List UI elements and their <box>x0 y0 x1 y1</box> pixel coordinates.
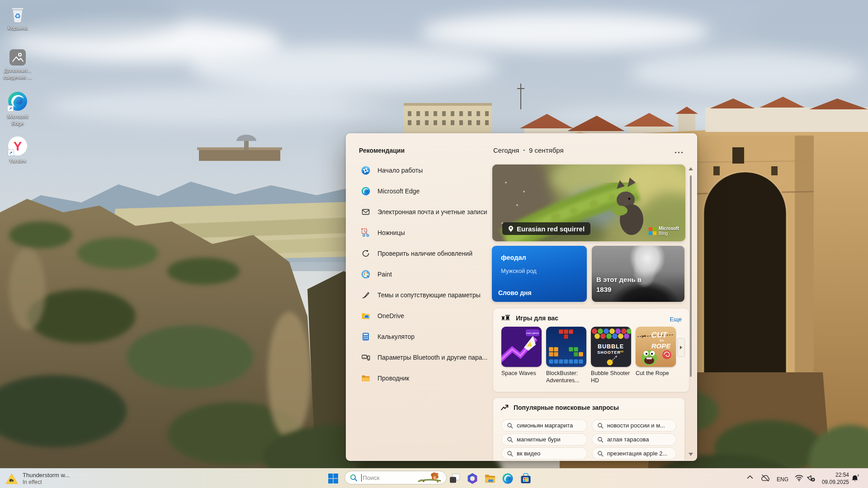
suggestion-text: аглая тарасова <box>607 436 649 443</box>
microsoft-store-icon <box>520 473 532 484</box>
game-space-waves[interactable]: crazy games Space Waves <box>501 327 543 377</box>
cut-the-rope-art: ✂ CUT the ROPE <box>636 327 676 367</box>
search-suggestion-pill[interactable]: новости россии и м... <box>592 419 676 432</box>
volume-muted-icon <box>807 474 816 482</box>
taskbar-search-box[interactable] <box>344 471 447 484</box>
search-icon <box>507 436 513 443</box>
svg-text:Y: Y <box>14 139 22 153</box>
menu-item-check-updates[interactable]: Проверить наличие обновлений <box>354 243 490 264</box>
desktop-icon-label: Edge <box>0 120 35 127</box>
snipping-tool-icon <box>361 228 370 237</box>
menu-item-snipping-tool[interactable]: Ножницы <box>354 222 490 243</box>
task-view-button[interactable] <box>449 473 461 484</box>
time: 22:54 <box>816 471 849 479</box>
this-day-card[interactable]: В этот день в 1839 <box>592 246 684 302</box>
menu-item-bluetooth-settings[interactable]: Параметры Bluetooth и другие пара... <box>354 347 490 368</box>
suggestion-text: вк видео <box>517 450 540 457</box>
edge-icon <box>502 473 514 484</box>
more-options-icon[interactable] <box>673 149 684 155</box>
refresh-icon <box>361 249 370 258</box>
desktop-icon-additional-info[interactable]: Дополнит... сведения ... <box>0 49 35 81</box>
microsoft-store-button[interactable] <box>520 473 532 484</box>
edge-button[interactable] <box>502 473 514 484</box>
games-more-link[interactable]: Еще <box>670 316 682 323</box>
svg-text:z: z <box>858 474 859 477</box>
get-started-icon <box>361 166 370 175</box>
recycle-bin-icon: ♻ <box>9 5 26 23</box>
games-next-button[interactable] <box>677 338 685 357</box>
scroll-down-arrow[interactable] <box>689 453 693 456</box>
wifi-icon <box>795 474 803 481</box>
svg-text:BUBBLE: BUBBLE <box>598 343 624 350</box>
shortcut-arrow-icon: ↗ <box>7 105 14 112</box>
file-explorer-button[interactable] <box>484 473 496 484</box>
search-icon <box>597 422 604 429</box>
hero-caption-pill: Eurasian red squirrel <box>502 222 590 235</box>
text-caret <box>361 474 362 482</box>
weather-widget[interactable]: Thunderstorm w... In effect <box>5 470 109 487</box>
popular-title: Популярные поисковые запросы <box>514 404 619 411</box>
onedrive-tray-button[interactable] <box>760 474 772 485</box>
menu-item-paint[interactable]: Paint <box>354 264 490 285</box>
wifi-tray-button[interactable] <box>795 474 807 486</box>
search-suggestion-pill[interactable]: магнитные бури <box>501 433 587 446</box>
weather-title: Thunderstorm w... <box>23 472 70 479</box>
game-bubble-shooter[interactable]: BUBBLE SHOOTER HD Bubble Shooter HD <box>591 327 632 384</box>
search-icon <box>350 474 358 482</box>
menu-item-label: Ножницы <box>377 229 405 236</box>
game-cut-the-rope[interactable]: ✂ CUT the ROPE Cut the Rope <box>636 327 677 377</box>
svg-text:CUT: CUT <box>651 331 668 339</box>
menu-item-get-started[interactable]: Начало работы <box>354 160 490 181</box>
tray-chevron-button[interactable] <box>747 475 754 482</box>
scroll-up-arrow[interactable] <box>689 167 693 170</box>
search-input[interactable] <box>363 474 417 481</box>
gradient-shade <box>592 246 684 302</box>
popular-searches-section: Популярные поисковые запросы симоньян ма… <box>493 398 684 461</box>
menu-item-label: Темы и сопутствующие параметры <box>377 291 481 299</box>
menu-item-label: Paint <box>377 271 392 278</box>
start-button[interactable] <box>328 474 340 485</box>
taskbar: Thunderstorm w... In effect <box>0 468 868 488</box>
weather-alert-icon <box>5 473 18 484</box>
svg-text:SHOOTER: SHOOTER <box>597 350 621 355</box>
this-day-line2: 1839 <box>596 286 611 293</box>
paint-icon <box>361 270 370 279</box>
menu-item-onedrive[interactable]: OneDrive <box>354 305 490 326</box>
hero-caption-text: Eurasian red squirrel <box>517 225 585 233</box>
menu-item-microsoft-edge[interactable]: Microsoft Edge <box>354 181 490 202</box>
mail-icon <box>361 207 370 216</box>
search-icon <box>507 422 513 429</box>
recommendations-list: Начало работы Microsoft Edge <box>354 160 490 389</box>
desktop-icon-recycle-bin[interactable]: ♻ Корзина <box>0 5 35 32</box>
search-suggestion-pill[interactable]: вк видео <box>501 447 587 460</box>
weather-status: In effect <box>23 479 70 485</box>
game-blockbuster[interactable]: BlockBuster: Adventures... <box>546 327 588 384</box>
search-suggestion-pill[interactable]: презентация apple 2... <box>592 447 676 460</box>
menu-item-themes[interactable]: Темы и сопутствующие параметры <box>354 285 490 305</box>
suggestion-text: симоньян маргарита <box>517 422 573 429</box>
menu-item-calculator[interactable]: Калькулятор <box>354 326 490 347</box>
word-of-day-card[interactable]: феодал Мужской род Слово дня <box>492 246 587 302</box>
microsoft-squares-icon <box>649 227 656 235</box>
desktop-icon-yandex[interactable]: Y ↗ Yandex <box>0 136 35 164</box>
image-placeholder-icon <box>9 49 26 66</box>
desktop-screen: ♻ Корзина Дополнит... сведения ... <box>0 0 868 488</box>
menu-item-label: Параметры Bluetooth и другие пара... <box>377 354 487 361</box>
today-label: Сегодня <box>493 146 519 154</box>
bing-hero-card[interactable]: Eurasian red squirrel Microsoft Bing <box>492 164 685 241</box>
microsoft-365-button[interactable] <box>467 473 478 484</box>
file-explorer-icon <box>484 473 496 484</box>
clock[interactable]: 22:54 09.09.2025 <box>816 471 849 486</box>
menu-item-file-explorer[interactable]: Проводник <box>354 368 490 389</box>
suggestion-text: магнитные бури <box>517 436 561 443</box>
location-pin-icon <box>508 225 514 232</box>
search-suggestion-pill[interactable]: симоньян маргарита <box>501 419 587 432</box>
language-indicator[interactable]: ENG <box>777 475 792 487</box>
trending-icon <box>500 404 509 412</box>
suggestion-text: новости россии и м... <box>607 422 665 429</box>
desktop-icon-microsoft-edge[interactable]: ↗ Microsoft Edge <box>0 90 35 127</box>
notification-center-button[interactable]: z <box>851 474 863 486</box>
scrollbar-thumb[interactable] <box>690 175 692 377</box>
search-suggestion-pill[interactable]: аглая тарасова <box>592 433 676 446</box>
menu-item-mail-accounts[interactable]: Электронная почта и учетные записи <box>354 202 490 222</box>
